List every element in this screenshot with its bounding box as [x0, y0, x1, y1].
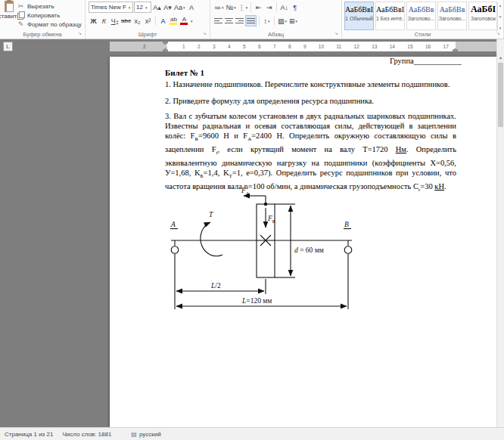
font-color-button[interactable]: А — [179, 15, 189, 26]
style-normal[interactable]: АаБбВвІ 1 Обычный — [344, 2, 374, 30]
style-heading1[interactable]: АаБбВв Заголово... — [406, 2, 436, 30]
shading-icon: ▨ — [278, 17, 285, 25]
paste-button[interactable]: ставить — [0, 1, 18, 20]
align-center-button[interactable] — [224, 15, 234, 26]
chevron-down-icon: ▾ — [296, 19, 298, 23]
font-family-value: Times New F — [91, 4, 126, 11]
sort-button[interactable]: А↓ — [279, 2, 289, 13]
copy-button[interactable]: Копировать — [17, 11, 82, 20]
styles-group-label: Стили — [342, 31, 503, 38]
decrease-indent-button[interactable]: ⇤ — [254, 2, 263, 13]
italic-button[interactable]: К — [99, 15, 109, 26]
change-case-button[interactable]: Аа▾ — [173, 2, 186, 13]
chevron-down-icon: ▾ — [234, 5, 236, 10]
status-language[interactable]: ▤ русский — [126, 431, 165, 438]
increase-indent-button[interactable]: ⇥ — [264, 2, 274, 13]
scroll-up-icon[interactable]: ▴ — [497, 54, 504, 62]
style-no-spacing[interactable]: АаБбВвІ 1 Без инте... — [375, 2, 405, 30]
underline-button[interactable]: Ч▾ — [110, 15, 120, 26]
highlight-color-bar — [170, 23, 177, 25]
ribbon-group-clipboard: ставить ✂ Вырезать Копировать ✎ Формат п… — [0, 0, 86, 39]
style-preview: АаБбВвІ — [376, 5, 404, 14]
vertical-scrollbar[interactable]: ▴ — [496, 54, 504, 427]
style-preview: АаБбІ — [471, 5, 496, 14]
grow-font-icon: А▴ — [153, 4, 161, 11]
divider — [155, 16, 156, 26]
clear-formatting-button[interactable]: А — [187, 2, 197, 13]
strikethrough-button[interactable]: abc — [120, 15, 132, 26]
styles-gallery-scrollbar[interactable]: ▴ ▾ ▾ — [496, 2, 503, 32]
support-a-label: A — [170, 221, 176, 228]
decrease-indent-icon: ⇤ — [256, 4, 262, 11]
shading-button[interactable]: ▨▾ — [277, 15, 288, 26]
word-window: ставить ✂ Вырезать Копировать ✎ Формат п… — [0, 0, 504, 440]
font-size-select[interactable]: 12 ▾ — [134, 2, 151, 13]
copy-label: Копировать — [27, 12, 60, 19]
change-case-icon: Аа — [174, 4, 182, 11]
support-b-label: B — [344, 221, 349, 228]
clipboard-buttons: ✂ Вырезать Копировать ✎ Формат по образц… — [17, 2, 82, 29]
cut-button[interactable]: ✂ Вырезать — [17, 2, 82, 11]
align-left-icon — [214, 17, 222, 25]
tab-selector[interactable]: L — [3, 42, 13, 51]
style-preview: АаБбВв — [409, 5, 434, 14]
font-size-value: 12 — [136, 4, 143, 11]
line-spacing-icon: ↕ — [263, 17, 267, 25]
show-marks-button[interactable]: ¶ — [290, 2, 300, 13]
subscript-button[interactable]: х₂ — [132, 15, 142, 26]
increase-indent-icon: ⇥ — [266, 4, 272, 11]
status-page-number[interactable]: Страница 1 из 21 — [0, 431, 58, 438]
multilevel-list-button[interactable]: ⋮▾ — [238, 2, 249, 13]
font-dialog-launcher[interactable]: ↘ — [201, 30, 208, 37]
superscript-button[interactable]: х² — [143, 15, 153, 26]
styles-dialog-launcher[interactable]: ↘ — [495, 30, 502, 37]
chevron-down-icon: ▾ — [183, 5, 185, 10]
chevron-down-icon[interactable]: ▾ — [191, 19, 193, 23]
grow-font-button[interactable]: А▴ — [152, 2, 162, 13]
shaft-diagram[interactable]: FA FR T A B d = 60 мм L/2 L=120 мм — [169, 185, 359, 318]
document-page[interactable]: Группа____________ Билет № 1 1. Назначен… — [110, 57, 496, 427]
divider — [250, 2, 251, 12]
align-right-button[interactable] — [235, 15, 244, 26]
clipboard-dialog-launcher[interactable]: ↘ — [76, 30, 83, 37]
question-2: 2. Приведите формулу для определения рес… — [165, 96, 456, 106]
highlight-color-button[interactable]: ab — [169, 15, 179, 26]
align-left-button[interactable] — [213, 15, 223, 26]
group-blank-line: Группа____________ — [390, 57, 462, 65]
borders-icon: ⊞ — [289, 17, 295, 25]
gallery-down-icon[interactable]: ▾ — [499, 14, 502, 19]
superscript-icon: х² — [145, 17, 151, 25]
chevron-down-icon: ▾ — [145, 5, 148, 10]
borders-button[interactable]: ⊞▾ — [288, 15, 298, 26]
chevron-down-icon: ▾ — [246, 5, 248, 10]
format-painter-label: Формат по образцу — [27, 21, 82, 28]
copy-icon — [17, 11, 25, 19]
full-length-label: L=120 мм — [241, 297, 272, 305]
chevron-down-icon: ▾ — [285, 19, 288, 23]
diameter-label: d = 60 мм — [294, 246, 324, 254]
half-length-label: L/2 — [210, 282, 221, 290]
ruler-toggle[interactable] — [496, 39, 504, 54]
bullets-button[interactable]: ≔▾ — [213, 2, 225, 13]
underline-icon: Ч — [111, 17, 116, 25]
paragraph-dialog-launcher[interactable]: ↘ — [333, 30, 340, 37]
status-word-count[interactable]: Число слов: 1881 — [58, 431, 116, 438]
numbering-button[interactable]: №▾ — [226, 2, 237, 13]
question-3: 3. Вал с зубчатым колесом установлен в д… — [165, 111, 456, 195]
bold-button[interactable]: Ж — [89, 15, 98, 26]
diagram-lines — [170, 196, 352, 309]
text-effects-button[interactable]: А — [158, 15, 168, 26]
shrink-font-icon: А▾ — [163, 4, 172, 11]
divider — [276, 2, 277, 12]
shrink-font-button[interactable]: А▾ — [163, 2, 173, 13]
style-heading2[interactable]: АаБбВв Заголово... — [437, 2, 467, 30]
format-painter-button[interactable]: ✎ Формат по образцу — [17, 20, 82, 29]
scrollbar-thumb[interactable] — [498, 63, 503, 127]
gallery-up-icon[interactable]: ▴ — [499, 3, 502, 8]
line-spacing-button[interactable]: ↕▾ — [262, 15, 272, 26]
style-title[interactable]: АаБбІ Заголовок — [468, 2, 498, 30]
style-label: 1 Обычный — [345, 16, 373, 21]
styles-gallery: АаБбВвІ 1 Обычный АаБбВвІ 1 Без инте... … — [344, 2, 498, 30]
justify-button[interactable] — [245, 15, 257, 26]
font-family-select[interactable]: Times New F ▾ — [89, 2, 133, 13]
